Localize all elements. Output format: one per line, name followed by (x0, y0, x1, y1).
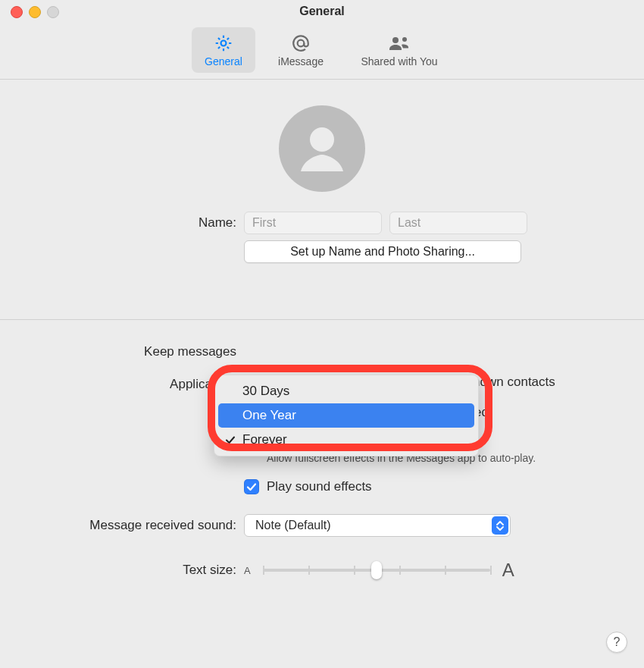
first-name-field[interactable]: First (244, 212, 382, 234)
svg-point-0 (221, 41, 227, 46)
svg-point-4 (310, 127, 334, 152)
option-label: Forever (242, 432, 287, 447)
tab-label: General (205, 55, 242, 67)
keep-messages-option-one-year[interactable]: One Year (218, 403, 474, 428)
text-size-label: Text size: (23, 563, 244, 578)
text-size-slider[interactable] (263, 560, 490, 581)
titlebar: General (0, 0, 644, 23)
checkbox-label: Play sound effects (267, 479, 372, 494)
tab-imessage[interactable]: iMessage (269, 27, 333, 73)
window-controls (11, 6, 59, 18)
window-title: General (299, 5, 345, 18)
person-icon (292, 118, 352, 179)
at-icon (291, 33, 311, 54)
setup-name-photo-sharing-button[interactable]: Set up Name and Photo Sharing... (244, 240, 521, 263)
keep-messages-row: Keep messages (23, 341, 621, 362)
received-sound-label: Message received sound: (23, 518, 244, 533)
checkmark-icon (224, 434, 236, 445)
keep-messages-option-forever[interactable]: Forever (218, 428, 474, 452)
checkbox-icon (244, 479, 259, 494)
gear-icon (214, 33, 233, 54)
general-pane: Name: First Last Set up Name and Photo S… (0, 80, 644, 581)
option-label: 30 Days (242, 384, 289, 399)
last-name-field[interactable]: Last (389, 212, 527, 234)
text-size-row: Text size: A A (23, 560, 621, 581)
keep-messages-menu: 30 Days One Year Forever (214, 375, 479, 456)
text-size-small-icon: A (244, 565, 251, 576)
keep-messages-option-30-days[interactable]: 30 Days (218, 379, 474, 403)
name-row: Name: First Last (23, 212, 621, 234)
svg-point-1 (298, 40, 305, 47)
setup-row: Set up Name and Photo Sharing... (23, 240, 621, 263)
play-sound-effects-checkbox[interactable]: Play sound effects (244, 479, 555, 494)
slider-knob[interactable] (371, 561, 382, 579)
keep-messages-label: Keep messages (23, 344, 244, 359)
svg-point-3 (402, 37, 407, 42)
people-icon (388, 33, 411, 54)
close-window[interactable] (11, 6, 23, 18)
tab-general[interactable]: General (192, 27, 255, 73)
updown-icon (492, 516, 508, 535)
tab-label: iMessage (278, 55, 324, 67)
tab-shared-with-you[interactable]: Shared with You (346, 27, 452, 73)
keep-messages-popup-placeholder[interactable] (244, 341, 496, 362)
received-sound-select[interactable]: Note (Default) (244, 514, 511, 537)
profile-avatar[interactable] (279, 105, 365, 192)
tab-label: Shared with You (361, 55, 437, 67)
application-label: Application: (23, 375, 244, 392)
received-sound-row: Message received sound: Note (Default) (23, 514, 621, 537)
minimize-window[interactable] (29, 6, 41, 18)
text-size-large-icon: A (502, 560, 514, 581)
select-value: Note (Default) (255, 519, 331, 532)
name-label: Name: (23, 215, 244, 231)
svg-point-2 (392, 37, 399, 43)
option-label: One Year (242, 408, 296, 423)
help-button[interactable]: ? (606, 632, 627, 653)
preferences-toolbar: General iMessage Shared with You (0, 23, 644, 79)
zoom-window (47, 6, 59, 18)
